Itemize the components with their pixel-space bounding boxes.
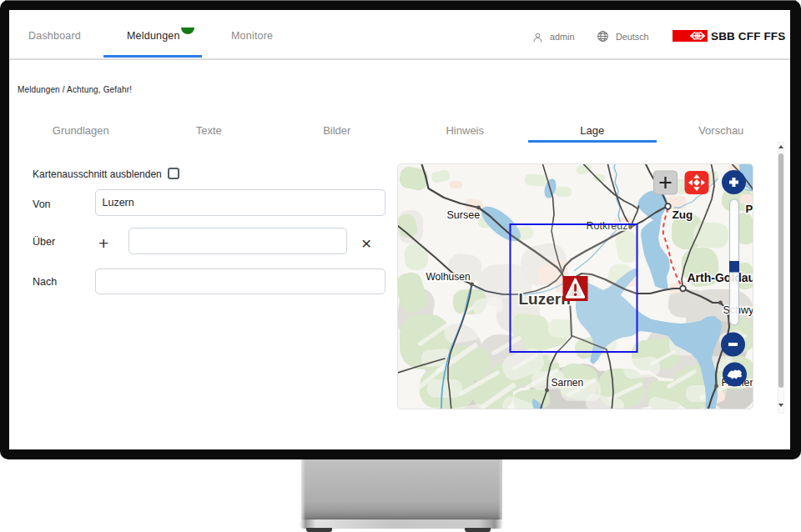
- svg-text:Wolhusen: Wolhusen: [426, 271, 471, 283]
- svg-text:Zug: Zug: [673, 208, 693, 221]
- svg-text:Pf: Pf: [746, 203, 754, 215]
- svg-text:Sursee: Sursee: [447, 209, 481, 221]
- svg-text:Arth-Goldau: Arth-Goldau: [688, 271, 754, 284]
- svg-text:Sarnen: Sarnen: [552, 377, 584, 389]
